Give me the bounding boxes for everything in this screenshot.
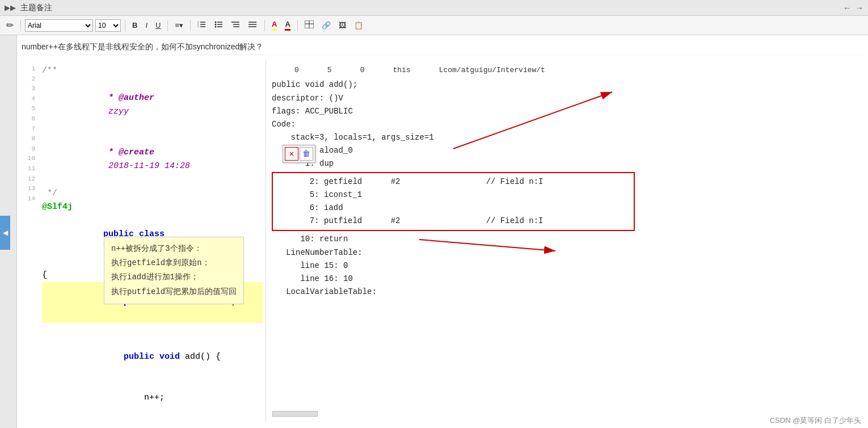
- code-line-5: @Slf4j: [42, 200, 263, 214]
- footer: CSDN @莫等闲 白了少年头: [763, 413, 868, 428]
- annotation-line-3: 执行iadd进行加1操作；: [111, 270, 237, 284]
- bc-localvar: LocalVariableTable:: [272, 286, 858, 299]
- forward-arrow[interactable]: →: [856, 3, 863, 12]
- underline-button[interactable]: U: [153, 20, 163, 31]
- code-line-10: public void add() {: [42, 337, 263, 377]
- list-unordered-button[interactable]: [212, 19, 226, 31]
- code-area: 1 2 3 4 5 6 7 8 9 10 11 12 13 14 /**: [22, 61, 266, 422]
- bc-line5: 7: putfield #2 // Field n:I: [276, 215, 630, 228]
- code-line-4: */: [42, 187, 263, 200]
- line-numbers: 1 2 3 4 5 6 7 8 9 10 11 12 13 14: [22, 64, 37, 204]
- italic-button[interactable]: I: [142, 20, 150, 31]
- edit-button[interactable]: ✏: [3, 19, 16, 32]
- font-color-button[interactable]: A: [282, 19, 293, 32]
- bc-line6: 10: return: [272, 233, 858, 246]
- method-sig: public void add();: [272, 78, 858, 91]
- bold-button[interactable]: B: [129, 20, 140, 31]
- bc-line0: 0: aload_0: [272, 144, 858, 157]
- svg-point-9: [215, 22, 217, 23]
- separator-5: [264, 20, 265, 31]
- highlight-button[interactable]: A: [269, 19, 280, 32]
- descriptor: descriptor: ()V: [272, 92, 858, 105]
- annotation-line-1: n++被拆分成了3个指令：: [111, 242, 237, 256]
- header-col3: this: [393, 64, 410, 76]
- bc-linenumber: LineNumberTable:: [272, 246, 858, 259]
- separator-1: [20, 20, 21, 31]
- code-line-3: * @create 2018-11-19 14:28: [42, 132, 263, 187]
- code-label: Code:: [272, 118, 858, 131]
- top-bar: ▶▶ 主题备注 ← →: [0, 0, 868, 16]
- bc-line4: 6: iadd: [276, 202, 630, 215]
- expand-icon[interactable]: ▶▶: [5, 3, 16, 12]
- header-col0: 0: [294, 64, 299, 76]
- image-button[interactable]: 🖼: [336, 20, 349, 31]
- bc-line-16: line 16: 10: [272, 272, 858, 286]
- content-body: 1 2 3 4 5 6 7 8 9 10 11 12 13 14 /**: [22, 61, 863, 422]
- format-popup: ✕ 🗑: [283, 145, 315, 163]
- toolbar: ✏ Arial 10 B I U ≡▾ 1.2.3. A A 🔗 🖼 📋: [0, 16, 868, 35]
- annotation-box: n++被拆分成了3个指令： 执行getfield拿到原始n； 执行iadd进行加…: [104, 237, 244, 304]
- separator-3: [167, 20, 168, 31]
- font-family-select[interactable]: Arial: [25, 19, 93, 32]
- main-content: ◀ number++在多线程下是非线程安全的，如何不加synchronized解…: [0, 35, 868, 428]
- stack-info: stack=3, locals=1, args_size=1: [272, 131, 858, 144]
- table-button[interactable]: [302, 19, 317, 31]
- bytecode-panel: 0 5 0 this Lcom/atguigu/Interview/t publ…: [266, 61, 863, 422]
- question-text: number++在多线程下是非线程安全的，如何不加synchronized解决？: [22, 40, 863, 55]
- annotation-line-2: 执行getfield拿到原始n；: [111, 256, 237, 270]
- bc-line1: 1: dup: [272, 157, 858, 170]
- svg-point-11: [215, 26, 217, 28]
- code-line-11: n++;: [42, 377, 263, 418]
- header-col1: 5: [327, 64, 332, 76]
- bytecode-header: 0 5 0 this Lcom/atguigu/Interview/t: [272, 64, 858, 76]
- svg-text:3.: 3.: [197, 25, 199, 28]
- code-line-1: /**: [42, 64, 263, 78]
- code-line-2: * @auther zzyy: [42, 78, 263, 132]
- left-sidebar: ◀: [0, 35, 17, 428]
- separator-4: [190, 20, 191, 31]
- title: 主题备注: [20, 3, 52, 13]
- svg-point-10: [215, 24, 217, 26]
- indent-more-button[interactable]: [229, 19, 243, 31]
- footer-text: CSDN @莫等闲 白了少年头: [770, 416, 861, 425]
- font-size-select[interactable]: 10: [95, 19, 121, 32]
- align-button[interactable]: ≡▾: [172, 20, 186, 31]
- trash-button[interactable]: 🗑: [300, 147, 313, 161]
- bytecode-content: public void add(); descriptor: ()V flags…: [272, 78, 858, 299]
- list-ordered-button[interactable]: 1.2.3.: [195, 19, 209, 31]
- link-button[interactable]: 🔗: [319, 20, 334, 31]
- nav-arrows: ← →: [843, 3, 863, 12]
- flags: flags: ACC_PUBLIC: [272, 105, 858, 118]
- annotation-line-4: 执行putfield写把累加后的值写回: [111, 285, 237, 299]
- indent-less-button[interactable]: [246, 19, 260, 31]
- note-area: number++在多线程下是非线程安全的，如何不加synchronized解决？…: [17, 35, 868, 428]
- red-instruction-box: 2: getfield #2 // Field n:I 5: iconst_1 …: [272, 172, 635, 231]
- horizontal-scrollbar[interactable]: [272, 411, 318, 417]
- back-arrow[interactable]: ←: [843, 3, 851, 12]
- bc-line-15: line 15: 0: [272, 259, 858, 272]
- left-nav-tab[interactable]: ◀: [0, 216, 10, 250]
- separator-2: [125, 20, 125, 31]
- header-col4: Lcom/atguigu/Interview/t: [439, 64, 545, 76]
- more-button[interactable]: 📋: [351, 20, 366, 31]
- code-line-12: }: [42, 418, 263, 428]
- bc-line2: 2: getfield #2 // Field n:I: [276, 175, 630, 188]
- bc-line3: 5: iconst_1: [276, 188, 630, 202]
- code-line-9: [42, 323, 263, 337]
- delete-button[interactable]: ✕: [285, 147, 298, 161]
- header-col2: 0: [360, 64, 365, 76]
- separator-6: [297, 20, 298, 31]
